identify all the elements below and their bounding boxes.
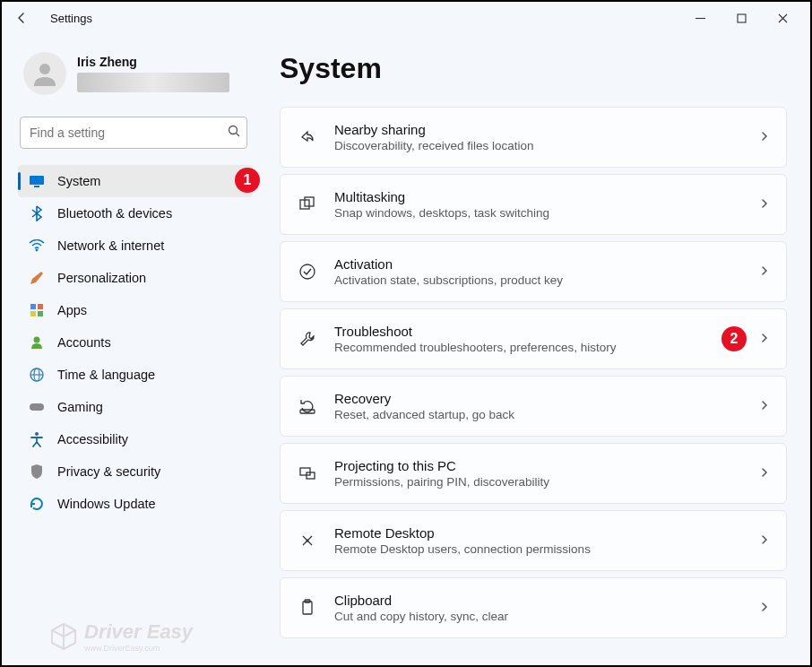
svg-point-7: [36, 249, 39, 252]
shield-icon: [29, 463, 45, 480]
search-wrap: [18, 117, 253, 149]
svg-point-3: [229, 126, 238, 134]
profile-email-masked: [77, 73, 229, 92]
app-title: Settings: [50, 12, 92, 25]
svg-rect-10: [30, 311, 36, 316]
svg-point-20: [300, 264, 315, 279]
minimize-button[interactable]: [679, 4, 721, 31]
svg-rect-11: [38, 311, 43, 316]
chevron-right-icon: [759, 264, 770, 280]
project-icon: [297, 463, 318, 484]
brush-icon: [29, 270, 45, 286]
sidebar-item-accessibility[interactable]: Accessibility: [18, 423, 253, 455]
svg-rect-1: [738, 14, 746, 22]
sidebar-item-label: Privacy & security: [57, 464, 160, 479]
chevron-right-icon: [759, 196, 770, 212]
profile-text: Iris Zheng: [77, 55, 229, 92]
chevron-right-icon: [759, 465, 770, 481]
minimize-icon: [695, 13, 705, 23]
back-button[interactable]: [9, 5, 34, 30]
arrow-left-icon: [14, 11, 29, 25]
chevron-right-icon: [759, 129, 770, 145]
close-button[interactable]: [762, 4, 803, 31]
svg-line-4: [237, 134, 240, 137]
card-text: Projecting to this PC Permissions, pairi…: [334, 458, 549, 489]
update-icon: [29, 496, 45, 512]
titlebar: Settings: [2, 2, 810, 34]
sidebar-item-label: System: [57, 174, 100, 188]
card-multitasking[interactable]: Multitasking Snap windows, desktops, tas…: [280, 174, 787, 235]
sidebar-item-accounts[interactable]: Accounts: [18, 326, 253, 359]
sidebar-item-label: Time & language: [57, 368, 155, 382]
svg-rect-5: [30, 176, 44, 185]
nav-list: System1Bluetooth & devicesNetwork & inte…: [18, 165, 253, 520]
sidebar-item-windows-update[interactable]: Windows Update: [18, 488, 253, 520]
wrench-icon: [297, 328, 318, 350]
chevron-right-icon: [759, 331, 770, 347]
page-title: System: [280, 52, 794, 85]
main: System Nearby sharing Discoverability, r…: [253, 34, 794, 654]
svg-point-12: [34, 337, 40, 343]
sidebar-item-label: Gaming: [57, 400, 103, 414]
card-title: Recovery: [334, 391, 514, 406]
chevron-right-icon: [759, 398, 770, 414]
sidebar: Iris Zheng System1Bluetooth & devicesNet…: [18, 34, 253, 654]
maximize-button[interactable]: [721, 4, 762, 31]
card-title: Nearby sharing: [334, 122, 534, 137]
card-recovery[interactable]: Recovery Reset, advanced startup, go bac…: [280, 376, 787, 437]
sidebar-item-time-language[interactable]: Time & language: [18, 359, 253, 391]
card-desc: Remote Desktop users, connection permiss…: [334, 542, 591, 556]
settings-list[interactable]: Nearby sharing Discoverability, received…: [280, 107, 794, 654]
card-clipboard[interactable]: Clipboard Cut and copy history, sync, cl…: [280, 577, 787, 638]
card-troubleshoot[interactable]: Troubleshoot Recommended troubleshooters…: [280, 308, 787, 369]
card-projecting-to-this-pc[interactable]: Projecting to this PC Permissions, pairi…: [280, 443, 787, 504]
bluetooth-icon: [29, 205, 45, 221]
sidebar-item-label: Bluetooth & devices: [57, 206, 172, 221]
sidebar-item-label: Accounts: [57, 335, 111, 350]
card-text: Clipboard Cut and copy history, sync, cl…: [334, 593, 508, 623]
remote-icon: [297, 530, 318, 551]
card-text: Remote Desktop Remote Desktop users, con…: [334, 525, 591, 556]
globe-icon: [29, 367, 45, 383]
sidebar-item-network-internet[interactable]: Network & internet: [18, 230, 253, 262]
card-title: Multitasking: [334, 189, 549, 204]
profile[interactable]: Iris Zheng: [18, 52, 253, 95]
card-remote-desktop[interactable]: Remote Desktop Remote Desktop users, con…: [280, 510, 787, 571]
card-text: Multitasking Snap windows, desktops, tas…: [334, 189, 549, 220]
sidebar-item-label: Personalization: [57, 271, 146, 285]
annotation-marker-2: 2: [721, 326, 747, 351]
svg-rect-16: [30, 403, 44, 411]
sidebar-item-label: Accessibility: [57, 432, 128, 446]
sidebar-item-label: Apps: [57, 303, 87, 317]
card-title: Remote Desktop: [334, 525, 591, 541]
card-desc: Discoverability, received files location: [334, 139, 534, 152]
share-icon: [297, 126, 318, 148]
svg-point-17: [35, 432, 39, 436]
card-activation[interactable]: Activation Activation state, subscriptio…: [280, 241, 787, 302]
svg-rect-8: [30, 304, 36, 309]
sidebar-item-label: Windows Update: [57, 497, 156, 511]
chevron-right-icon: [759, 533, 770, 549]
card-text: Troubleshoot Recommended troubleshooters…: [334, 324, 616, 354]
card-text: Activation Activation state, subscriptio…: [334, 256, 563, 287]
card-nearby-sharing[interactable]: Nearby sharing Discoverability, received…: [280, 107, 787, 168]
sidebar-item-apps[interactable]: Apps: [18, 294, 253, 326]
check-circle-icon: [297, 261, 318, 282]
sidebar-item-privacy-security[interactable]: Privacy & security: [18, 455, 253, 488]
grid-icon: [29, 302, 45, 318]
sidebar-item-gaming[interactable]: Gaming: [18, 391, 253, 423]
card-text: Nearby sharing Discoverability, received…: [334, 122, 534, 152]
avatar: [23, 52, 66, 95]
card-desc: Snap windows, desktops, task switching: [334, 206, 549, 220]
recovery-icon: [297, 395, 318, 417]
multitask-icon: [297, 194, 318, 215]
search-input[interactable]: [20, 117, 247, 149]
sidebar-item-system[interactable]: System1: [18, 165, 253, 197]
svg-rect-6: [34, 186, 39, 187]
profile-name: Iris Zheng: [77, 55, 229, 69]
wifi-icon: [29, 238, 45, 254]
sidebar-item-personalization[interactable]: Personalization: [18, 262, 253, 294]
sidebar-item-bluetooth-devices[interactable]: Bluetooth & devices: [18, 197, 253, 230]
window-controls: [679, 4, 803, 31]
annotation-marker-1: 1: [235, 168, 260, 193]
